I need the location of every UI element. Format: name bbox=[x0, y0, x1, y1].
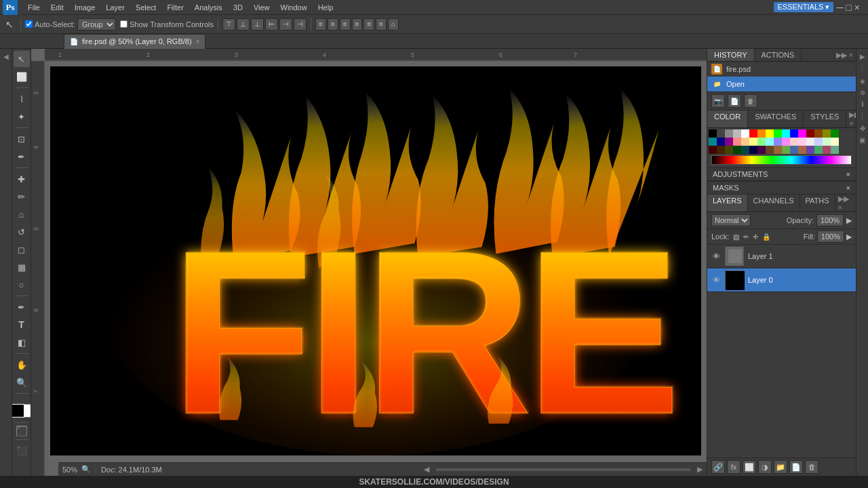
zoom-tool[interactable]: 🔍 bbox=[14, 374, 30, 390]
layer-visibility-1[interactable]: 👁 bbox=[711, 275, 721, 285]
fill-input[interactable] bbox=[817, 230, 844, 243]
auto-select-input[interactable] bbox=[25, 20, 33, 28]
opacity-arrow[interactable]: ▶ bbox=[846, 216, 852, 225]
layer-item-0[interactable]: 👁 Layer 1 bbox=[707, 245, 856, 268]
swatch-yellow[interactable] bbox=[766, 129, 774, 138]
swatch-nearwhite[interactable] bbox=[806, 138, 814, 146]
magic-wand-tool[interactable]: ✦ bbox=[14, 108, 30, 125]
swatch-magenta[interactable] bbox=[798, 129, 806, 138]
layer-new-btn[interactable]: 📄 bbox=[789, 460, 803, 474]
swatch-navy[interactable] bbox=[717, 138, 725, 146]
menu-view[interactable]: View bbox=[249, 2, 275, 13]
menu-3d[interactable]: 3D bbox=[229, 2, 248, 13]
tab-close-btn[interactable]: × bbox=[196, 38, 200, 45]
maximize-btn[interactable]: □ bbox=[846, 2, 851, 13]
layer-adjustment-btn[interactable]: ◑ bbox=[758, 460, 772, 474]
far-right-btn5[interactable]: ▣ bbox=[858, 135, 867, 144]
dist-top-btn[interactable]: ≡ bbox=[315, 18, 326, 30]
dodge-tool[interactable]: ○ bbox=[14, 277, 30, 293]
swatch-slateblue[interactable] bbox=[790, 146, 798, 154]
align-hcenter-btn[interactable]: ⊣ bbox=[279, 18, 292, 30]
swatch-red[interactable] bbox=[749, 129, 757, 138]
document-tab[interactable]: 📄 fire.psd @ 50% (Layer 0, RGB/8) × bbox=[64, 34, 205, 49]
history-item-open[interactable]: 📁 Open bbox=[707, 77, 856, 92]
tab-actions[interactable]: ACTIONS bbox=[755, 49, 802, 61]
layer-group-btn[interactable]: 📁 bbox=[774, 460, 787, 474]
swatch-crimson[interactable] bbox=[823, 146, 831, 154]
swatch-darkpurple[interactable] bbox=[757, 146, 766, 154]
swatch-lightyellow[interactable] bbox=[749, 138, 757, 146]
tab-layers[interactable]: LAYERS bbox=[707, 195, 748, 211]
swatch-cyan[interactable] bbox=[782, 129, 790, 138]
swatch-terra[interactable] bbox=[798, 146, 806, 154]
tab-history[interactable]: HISTORY bbox=[707, 49, 755, 61]
align-top-btn[interactable]: ⊤ bbox=[222, 18, 235, 30]
swatch-saddlebrown[interactable] bbox=[766, 146, 774, 154]
swatch-blue[interactable] bbox=[790, 129, 798, 138]
align-right-btn[interactable]: ⊣ bbox=[294, 18, 307, 30]
menu-help[interactable]: Help bbox=[313, 2, 338, 13]
swatch-darkbrown[interactable] bbox=[717, 146, 725, 154]
far-right-btn2[interactable]: ⊕ bbox=[858, 87, 867, 97]
brush-tool[interactable]: ✏ bbox=[14, 188, 30, 205]
menu-file[interactable]: File bbox=[23, 2, 45, 13]
swatch-mint[interactable] bbox=[823, 138, 831, 146]
swatch-white[interactable] bbox=[741, 129, 749, 138]
lock-position-btn[interactable]: ✛ bbox=[753, 233, 758, 241]
tab-color[interactable]: COLOR bbox=[707, 110, 748, 127]
workspace-btn[interactable]: ESSENTIALS ▾ bbox=[774, 2, 834, 12]
swatch-lightblue[interactable] bbox=[774, 138, 782, 146]
swatch-orange[interactable] bbox=[757, 129, 766, 138]
swatch-darknavy[interactable] bbox=[749, 146, 757, 154]
align-left-btn[interactable]: ⊢ bbox=[265, 18, 278, 30]
swatch-darkgray[interactable] bbox=[717, 129, 725, 138]
show-transform-checkbox[interactable]: Show Transform Controls bbox=[120, 20, 214, 28]
swatch-lightmagenta[interactable] bbox=[782, 138, 790, 146]
screen-mode-btn[interactable]: ⬛ bbox=[14, 443, 30, 459]
crop-tool[interactable]: ⊡ bbox=[14, 131, 30, 147]
far-right-btn1[interactable]: ◈ bbox=[858, 76, 867, 85]
far-left-collapse[interactable]: ◀ bbox=[1, 52, 11, 61]
menu-layer[interactable]: Layer bbox=[101, 2, 130, 13]
layer-mask-btn[interactable]: ⬜ bbox=[743, 460, 756, 474]
swatch-pink[interactable] bbox=[790, 138, 798, 146]
blend-mode-select[interactable]: Normal bbox=[711, 214, 751, 226]
swatch-forestgreen[interactable] bbox=[733, 146, 741, 154]
align-vcenter-btn[interactable]: ⊥ bbox=[237, 18, 250, 30]
dist-right-btn[interactable]: ≡ bbox=[376, 18, 387, 30]
fill-arrow[interactable]: ▶ bbox=[846, 232, 852, 241]
swatch-seafoam[interactable] bbox=[814, 146, 823, 154]
delete-state-btn[interactable]: 🗑 bbox=[744, 94, 757, 108]
layer-item-1[interactable]: 👁 Layer 0 bbox=[707, 268, 856, 292]
swatch-purple[interactable] bbox=[725, 138, 733, 146]
swatch-lightgray[interactable] bbox=[733, 129, 741, 138]
auto-select-checkbox[interactable]: Auto-Select: Group bbox=[25, 18, 116, 30]
opacity-input[interactable] bbox=[816, 214, 844, 226]
swatch-darkteal[interactable] bbox=[741, 146, 749, 154]
canvas-area[interactable]: 1 2 3 4 5 6 7 3 4 5 6 7 bbox=[31, 49, 707, 476]
healing-tool[interactable]: ✚ bbox=[14, 171, 30, 187]
swatch-green[interactable] bbox=[774, 129, 782, 138]
swatch-sienna[interactable] bbox=[774, 146, 782, 154]
lock-all-btn[interactable]: 🔒 bbox=[762, 233, 770, 241]
eyedropper-tool[interactable]: ✒ bbox=[14, 148, 30, 165]
clone-tool[interactable]: ⌂ bbox=[14, 206, 30, 222]
align-bottom-btn[interactable]: ⊥ bbox=[251, 18, 264, 30]
far-right-collapse[interactable]: ▶ bbox=[858, 52, 867, 61]
swatch-lightgreen[interactable] bbox=[757, 138, 766, 146]
tab-styles[interactable]: STYLES bbox=[804, 110, 846, 127]
dist-bottom-btn[interactable]: ≡ bbox=[340, 18, 351, 30]
show-transform-input[interactable] bbox=[120, 20, 127, 28]
lock-transparent-btn[interactable]: ▧ bbox=[733, 233, 739, 241]
create-new-document-btn[interactable]: 📄 bbox=[728, 94, 741, 108]
lock-pixels-btn[interactable]: ✏ bbox=[743, 233, 749, 241]
menu-image[interactable]: Image bbox=[70, 2, 100, 13]
mask-mode-btn[interactable]: ⬛ bbox=[16, 426, 27, 436]
swatch-amethyst[interactable] bbox=[806, 146, 814, 154]
tab-swatches[interactable]: SWATCHES bbox=[748, 110, 804, 127]
history-item-firepsd[interactable]: 📄 fire.psd bbox=[707, 62, 856, 77]
swatch-sage[interactable] bbox=[782, 146, 790, 154]
gradient-tool[interactable]: ▦ bbox=[14, 259, 30, 275]
color-gradient-bar[interactable] bbox=[711, 155, 852, 165]
swatch-cream[interactable] bbox=[831, 138, 839, 146]
